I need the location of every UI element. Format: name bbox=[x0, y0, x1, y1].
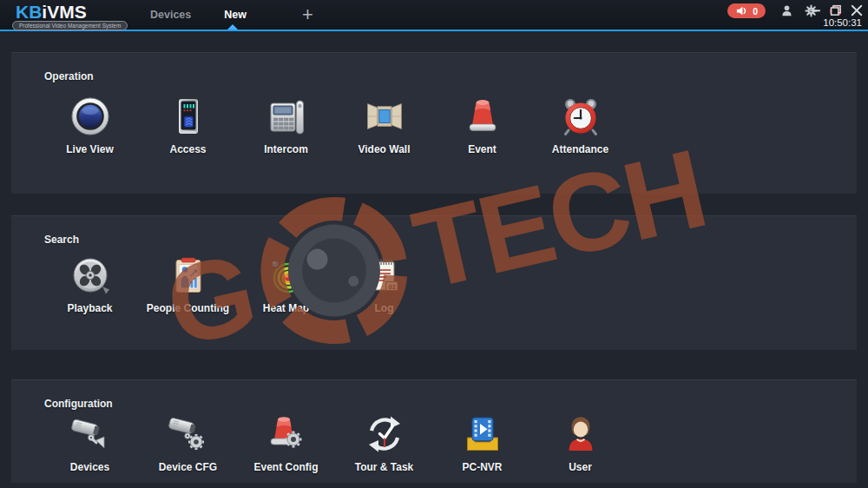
launcher-row: DevicesDevice CFGEvent ConfigTour & Task… bbox=[41, 413, 629, 473]
launcher-item-access[interactable]: Access bbox=[139, 96, 237, 155]
section-title: Search bbox=[44, 234, 79, 246]
section-panel-operation: OperationLive ViewAccessIntercomVideo Wa… bbox=[11, 52, 857, 194]
section-title: Configuration bbox=[44, 398, 113, 410]
active-tab-indicator bbox=[227, 24, 238, 30]
people-counting-icon bbox=[168, 254, 209, 296]
item-label: Intercom bbox=[264, 143, 308, 155]
logo-ivms: iVMS bbox=[42, 2, 86, 22]
item-label: Tour & Task bbox=[355, 461, 414, 473]
intercom-icon bbox=[266, 96, 307, 137]
launcher-item-device-cfg[interactable]: Device CFG bbox=[139, 413, 237, 473]
launcher-item-user[interactable]: User bbox=[531, 413, 629, 473]
minimize-icon[interactable] bbox=[809, 4, 821, 16]
app-logo: KBiVMS bbox=[16, 2, 87, 23]
alarm-count: 0 bbox=[753, 6, 758, 16]
heat-map-icon bbox=[266, 254, 307, 296]
section-title: Operation bbox=[44, 70, 94, 82]
launcher-row: PlaybackPeople CountingHeat Map01Log bbox=[41, 254, 433, 314]
launcher-item-video-wall[interactable]: Video Wall bbox=[335, 96, 433, 155]
item-label: Devices bbox=[70, 461, 109, 473]
device-cfg-icon bbox=[168, 413, 209, 455]
item-label: PC-NVR bbox=[462, 461, 502, 473]
item-label: Playback bbox=[67, 302, 112, 314]
log-icon: 01 bbox=[364, 254, 405, 296]
event-config-icon bbox=[266, 413, 307, 455]
system-clock: 10:50:31 bbox=[823, 17, 862, 28]
launcher-item-event-config[interactable]: Event Config bbox=[237, 413, 335, 473]
pc-nvr-icon bbox=[462, 413, 503, 455]
video-wall-icon bbox=[364, 96, 405, 137]
launcher-item-tour-task[interactable]: Tour & Task bbox=[335, 413, 433, 473]
item-label: People Counting bbox=[147, 302, 229, 314]
event-icon bbox=[462, 96, 503, 137]
speaker-icon bbox=[735, 4, 748, 17]
playback-icon bbox=[69, 254, 111, 296]
item-label: Live View bbox=[66, 143, 113, 155]
launcher-item-log[interactable]: 01Log bbox=[335, 254, 433, 314]
section-panel-configuration: ConfigurationDevicesDevice CFGEvent Conf… bbox=[11, 379, 857, 483]
tab-new[interactable]: New bbox=[224, 9, 247, 21]
add-tab-button[interactable]: + bbox=[302, 6, 313, 23]
title-bar: KBiVMS Professional Video Management Sys… bbox=[0, 0, 868, 31]
item-label: Event bbox=[468, 143, 496, 155]
devices-icon bbox=[69, 413, 111, 455]
item-label: Video Wall bbox=[358, 143, 410, 155]
launcher-item-intercom[interactable]: Intercom bbox=[237, 96, 335, 155]
launcher-row: Live ViewAccessIntercomVideo WallEventAt… bbox=[41, 96, 629, 155]
attendance-icon bbox=[560, 96, 602, 137]
launcher-item-live-view[interactable]: Live View bbox=[41, 96, 139, 155]
restore-icon[interactable] bbox=[830, 4, 842, 16]
item-label: Log bbox=[375, 302, 394, 314]
user-icon[interactable] bbox=[780, 4, 793, 17]
launcher-item-attendance[interactable]: Attendance bbox=[531, 96, 629, 155]
item-label: Device CFG bbox=[159, 461, 217, 473]
svg-text:01: 01 bbox=[388, 283, 395, 291]
launcher-item-pc-nvr[interactable]: PC-NVR bbox=[433, 413, 531, 473]
logo-tagline: Professional Video Management System bbox=[12, 21, 128, 30]
user-avatar-icon bbox=[560, 413, 602, 455]
alarm-indicator[interactable]: 0 bbox=[727, 3, 766, 18]
tour-task-icon bbox=[364, 413, 405, 455]
launcher-item-playback[interactable]: Playback bbox=[41, 254, 139, 314]
item-label: Attendance bbox=[552, 143, 608, 155]
item-label: User bbox=[569, 461, 592, 473]
live-view-icon bbox=[69, 96, 111, 137]
item-label: Access bbox=[169, 143, 206, 155]
section-panel-search: SearchPlaybackPeople CountingHeat Map01L… bbox=[11, 215, 857, 350]
logo-kb: KB bbox=[16, 2, 42, 22]
access-icon bbox=[168, 96, 209, 137]
tab-devices[interactable]: Devices bbox=[150, 9, 191, 21]
launcher-item-people-counting[interactable]: People Counting bbox=[139, 254, 237, 314]
launcher-item-devices[interactable]: Devices bbox=[41, 413, 139, 473]
close-icon[interactable] bbox=[851, 4, 863, 16]
item-label: Heat Map bbox=[263, 302, 309, 314]
launcher-item-heat-map[interactable]: Heat Map bbox=[237, 254, 335, 314]
launcher-item-event[interactable]: Event bbox=[433, 96, 531, 155]
item-label: Event Config bbox=[254, 461, 319, 473]
